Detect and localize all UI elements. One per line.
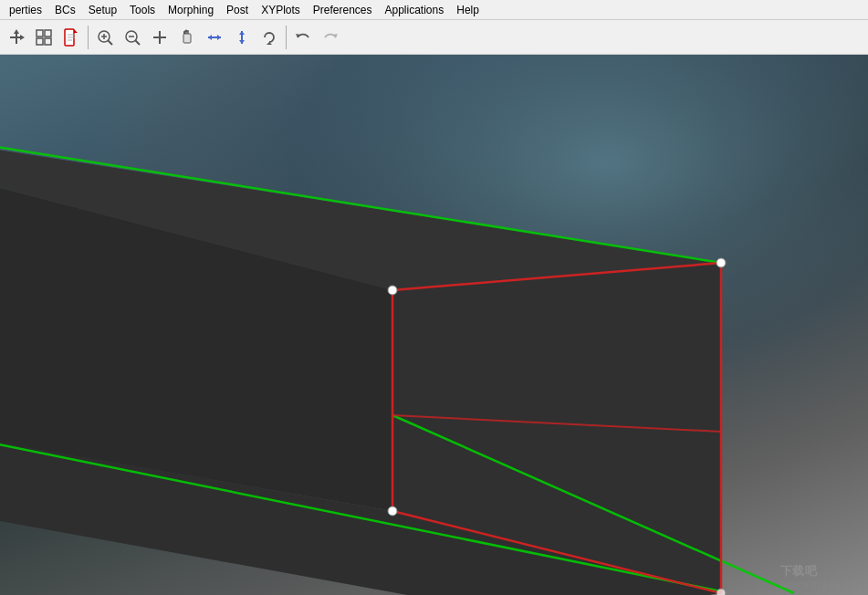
cross-button[interactable]	[147, 25, 173, 50]
pan-button[interactable]	[174, 25, 200, 50]
menu-bcs[interactable]: BCs	[49, 3, 81, 17]
vertical-move-button[interactable]	[229, 25, 255, 50]
file-button[interactable]	[58, 25, 84, 50]
axis-button[interactable]	[4, 25, 29, 50]
menu-properties[interactable]: perties	[4, 3, 47, 17]
svg-marker-30	[239, 40, 245, 44]
svg-point-48	[388, 286, 397, 295]
svg-marker-29	[239, 31, 245, 35]
svg-line-14	[109, 40, 113, 45]
menu-setup[interactable]: Setup	[83, 3, 122, 17]
select-button[interactable]	[31, 25, 57, 50]
arrow-button[interactable]	[202, 25, 227, 50]
svg-marker-27	[208, 35, 212, 40]
scene-3d	[0, 55, 868, 595]
rotate-button[interactable]	[256, 25, 282, 50]
svg-marker-26	[217, 35, 221, 40]
menu-bar: perties BCs Setup Tools Morphing Post XY…	[0, 0, 868, 20]
svg-point-51	[716, 589, 726, 595]
menu-morphing[interactable]: Morphing	[162, 3, 219, 17]
svg-rect-4	[37, 30, 43, 37]
zoom-fit-button[interactable]	[92, 25, 118, 50]
zoom-button[interactable]	[120, 25, 145, 50]
menu-xyplots[interactable]: XYPlots	[256, 3, 306, 17]
svg-marker-9	[74, 29, 78, 33]
separator-1	[88, 26, 89, 49]
menu-preferences[interactable]: Preferences	[308, 3, 378, 17]
svg-rect-5	[45, 30, 51, 37]
svg-point-49	[716, 258, 726, 267]
svg-marker-1	[14, 29, 19, 34]
toolbar	[0, 20, 868, 55]
separator-2	[286, 26, 287, 49]
viewport[interactable]: 下载吧 www.xiazaiba.com	[0, 55, 868, 595]
menu-post[interactable]: Post	[221, 3, 254, 17]
svg-point-50	[388, 506, 397, 516]
svg-rect-6	[37, 38, 43, 45]
svg-line-18	[136, 40, 141, 45]
redo-button[interactable]	[318, 25, 343, 50]
svg-rect-7	[45, 38, 51, 45]
menu-help[interactable]: Help	[451, 3, 485, 17]
svg-marker-3	[20, 35, 25, 40]
menu-tools[interactable]: Tools	[124, 3, 161, 17]
menu-applications[interactable]: Applications	[380, 3, 450, 17]
undo-button[interactable]	[290, 25, 316, 50]
